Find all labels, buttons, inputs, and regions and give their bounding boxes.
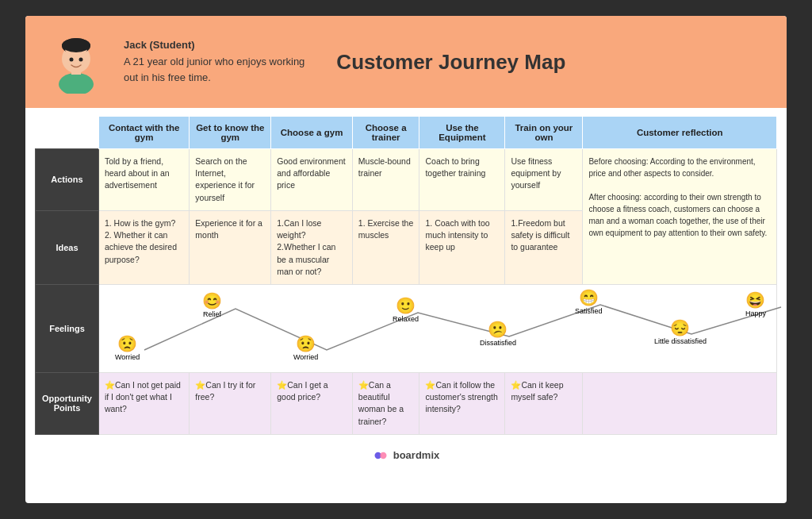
ideas-cell-3: 1. Exercise the muscles: [352, 210, 419, 284]
feelings-cell: 😟 Worried 😊 Relief 😟 Worrie: [98, 284, 776, 372]
col-header-reflection: Customer reflection: [583, 117, 777, 149]
actions-cell-6: Before choosing: According to the enviro…: [583, 149, 777, 285]
header: Jack (Student) A 21 year old junior who …: [25, 16, 787, 108]
actions-cell-4: Coach to bring together training: [419, 149, 505, 211]
feelings-row: Feelings: [36, 284, 777, 372]
opp-cell-6: [583, 372, 777, 434]
opportunity-row: Opportunity Points ⭐Can I not get paid i…: [36, 372, 777, 434]
svg-point-9: [380, 452, 386, 459]
actions-label: Actions: [36, 149, 99, 211]
svg-point-7: [79, 58, 83, 62]
boardmix-icon: [373, 448, 389, 463]
ideas-cell-0: 1. How is the gym?2. Whether it can achi…: [98, 210, 189, 284]
col-header-contact: Contact with the gym: [98, 117, 189, 149]
opportunity-label: Opportunity Points: [36, 372, 99, 434]
opp-cell-3: ⭐Can a beautiful woman be a trainer?: [352, 372, 419, 434]
svg-point-0: [59, 73, 94, 94]
actions-cell-5: Use fitness equipment by yourself: [505, 149, 583, 211]
opp-cell-2: ⭐Can I get a good price?: [271, 372, 353, 434]
persona-name: Jack (Student): [124, 39, 195, 51]
persona-info: Jack (Student) A 21 year old junior who …: [124, 37, 304, 86]
actions-cell-3: Muscle-bound trainer: [352, 149, 419, 211]
col-header-train: Train on your own: [505, 117, 583, 149]
feeling-happy: 😆 Happy: [745, 290, 766, 317]
feeling-dissatisfied: 😕 Dissatisfied: [480, 320, 516, 347]
feelings-label: Feelings: [36, 284, 99, 372]
feeling-worried-2: 😟 Worried: [293, 334, 318, 361]
opp-cell-0: ⭐Can I not get paid if I don't get what …: [98, 372, 189, 434]
actions-cell-1: Search on the Internet, experience it fo…: [190, 149, 271, 211]
actions-row: Actions Told by a friend, heard about in…: [36, 149, 777, 211]
opp-cell-1: ⭐Can I try it for free?: [190, 372, 271, 434]
footer: boardmix: [25, 440, 787, 471]
feeling-relaxed: 🙂 Relaxed: [393, 296, 419, 323]
ideas-cell-2: 1.Can I lose weight?2.Whether I can be a…: [271, 210, 353, 284]
feeling-worried-1: 😟 Worried: [115, 334, 140, 361]
column-header-row: Contact with the gym Get to know the gym…: [36, 117, 777, 149]
ideas-label: Ideas: [36, 210, 99, 284]
svg-point-5: [62, 38, 90, 52]
opp-cell-4: ⭐Can it follow the customer's strength i…: [419, 372, 505, 434]
svg-point-6: [70, 58, 74, 62]
map-title: Customer Journey Map: [336, 50, 565, 75]
persona-desc: A 21 year old junior who enjoys workingo…: [124, 56, 304, 84]
ideas-cell-5: 1.Freedom but safety is difficult to gua…: [505, 210, 583, 284]
feeling-little-dissatisfied: 😔 Little dissatisfied: [654, 318, 707, 345]
empty-header: [36, 117, 99, 149]
col-header-know: Get to know the gym: [190, 117, 271, 149]
ideas-cell-1: Experience it for a month: [190, 210, 271, 284]
opp-cell-5: ⭐Can it keep myself safe?: [505, 372, 583, 434]
feeling-relief: 😊 Relief: [202, 291, 222, 318]
col-header-equipment: Use the Equipment: [419, 117, 505, 149]
actions-cell-2: Good environment and affordable price: [271, 149, 353, 211]
actions-cell-0: Told by a friend, heard about in an adve…: [98, 149, 189, 211]
col-header-choose-trainer: Choose a trainer: [352, 117, 419, 149]
feeling-satisfied: 😁 Satisfied: [575, 288, 603, 315]
journey-table: Contact with the gym Get to know the gym…: [35, 116, 777, 435]
canvas: Jack (Student) A 21 year old junior who …: [25, 16, 787, 503]
journey-area: Contact with the gym Get to know the gym…: [25, 108, 787, 440]
persona-avatar: [44, 30, 108, 94]
ideas-cell-4: 1. Coach with too much intensity to keep…: [419, 210, 505, 284]
boardmix-label: boardmix: [393, 449, 440, 461]
col-header-choose-gym: Choose a gym: [271, 117, 353, 149]
